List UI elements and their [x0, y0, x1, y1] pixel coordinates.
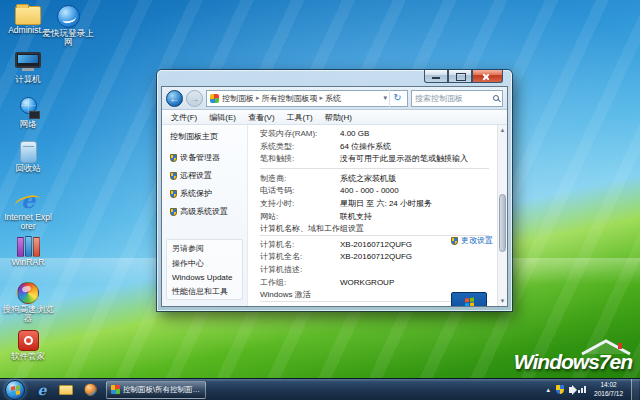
maximize-button[interactable] — [448, 70, 472, 83]
computer-name-section: 计算机名称、域和工作组设置 更改设置 计算机名: XB-20160712QUFG… — [260, 224, 489, 287]
browser-icon — [17, 282, 39, 304]
search-icon[interactable] — [493, 95, 499, 101]
forward-button[interactable]: → — [186, 90, 203, 107]
desktop-icon-dial-login[interactable]: 爱快玩登录上网 — [42, 5, 94, 48]
desktop-icon-label: 回收站 — [2, 164, 54, 173]
desktop-icon-recycle-bin[interactable]: 回收站 — [2, 141, 54, 173]
action-center-icon[interactable] — [556, 385, 564, 394]
taskbar-item-internet-explorer[interactable]: e — [30, 380, 54, 400]
change-settings-label: 更改设置 — [461, 236, 493, 246]
desktop-icon-winrar[interactable]: WinRAR — [2, 236, 54, 267]
menu-view[interactable]: 查看(V) — [243, 112, 280, 123]
vertical-scrollbar[interactable]: ▲ ▼ — [497, 125, 507, 306]
sidebar-item-label: 系统保护 — [180, 188, 212, 199]
internet-explorer-icon: e — [16, 188, 40, 212]
task-pane: 控制面板主页 设备管理器 远程设置 系统保护 高级系统设置 — [162, 125, 248, 306]
sidebar-item-performance-tools[interactable]: 性能信息和工具 — [172, 286, 242, 297]
windows-flag-icon — [465, 297, 474, 306]
see-also-header: 另请参阅 — [172, 243, 242, 254]
system-info-panel: 安装内存(RAM): 4.00 GB 系统类型: 64 位操作系统 笔和触摸: … — [248, 125, 507, 306]
taskbar-item-explorer[interactable] — [54, 380, 78, 400]
desktop-icon-computer[interactable]: 计算机 — [2, 52, 54, 84]
sidebar-item-system-protection[interactable]: 系统保护 — [170, 188, 245, 199]
scroll-up-icon[interactable]: ▲ — [498, 125, 507, 135]
software-manager-icon — [18, 330, 39, 351]
control-panel-icon — [111, 385, 120, 394]
info-value: 系统之家装机版 — [340, 174, 489, 184]
info-label: 安装内存(RAM): — [260, 129, 340, 139]
volume-icon[interactable] — [569, 387, 573, 393]
menu-help[interactable]: 帮助(H) — [320, 112, 357, 123]
sidebar-item-remote-settings[interactable]: 远程设置 — [170, 170, 245, 181]
refresh-icon[interactable]: ↻ — [389, 90, 405, 107]
info-label: 电话号码: — [260, 186, 340, 196]
desktop-icon-label: 软件管家 — [2, 352, 54, 361]
info-value: WORKGROUP — [340, 278, 489, 288]
user-folder-icon — [15, 6, 41, 25]
desktop-icon-browser[interactable]: 搜狗高速浏览器 — [2, 282, 54, 324]
info-label: 系统类型: — [260, 142, 340, 152]
uac-shield-icon — [451, 237, 458, 245]
menu-tools[interactable]: 工具(T) — [282, 112, 318, 123]
taskbar-window-button[interactable]: 控制面板\所有控制面板项\系统 — [106, 381, 206, 399]
online-support-link[interactable]: 联机支持 — [340, 212, 489, 222]
start-button[interactable] — [5, 380, 25, 400]
info-label: 支持小时: — [260, 199, 340, 209]
menu-file[interactable]: 文件(F) — [166, 112, 202, 123]
system-tray: ▲ 14:02 2016/7/12 — [545, 379, 640, 400]
search-input[interactable] — [415, 94, 493, 103]
desktop-icon-internet-explorer[interactable]: e Internet Explorer — [2, 188, 54, 232]
taskbar-item-media-player[interactable] — [78, 380, 102, 400]
sidebar-item-label: 设备管理器 — [180, 152, 220, 163]
computer-icon — [15, 52, 41, 74]
address-dropdown-icon[interactable]: ▾ — [381, 94, 389, 102]
breadcrumb-middle[interactable]: 所有控制面板项 — [262, 93, 318, 104]
info-value: XB-20160712QUFG — [340, 252, 489, 262]
info-row: 计算机描述: — [260, 265, 489, 275]
task-button-label: 控制面板\所有控制面板项\系统 — [123, 385, 201, 395]
uac-shield-icon — [170, 172, 177, 180]
info-value: 400 - 000 - 0000 — [340, 186, 489, 196]
clock-time: 14:02 — [594, 381, 623, 389]
breadcrumb-separator-icon: ▸ — [256, 94, 260, 102]
media-player-icon — [84, 383, 97, 396]
sidebar-item-device-manager[interactable]: 设备管理器 — [170, 152, 245, 163]
info-row: 电话号码: 400 - 000 - 0000 — [260, 186, 489, 196]
desktop-icon-label: WinRAR — [2, 258, 54, 267]
breadcrumb-current[interactable]: 系统 — [325, 93, 341, 104]
info-value: 4.00 GB — [340, 129, 489, 139]
minimize-button[interactable] — [424, 70, 448, 83]
breadcrumb-root[interactable]: 控制面板 — [222, 93, 254, 104]
sidebar-item-control-panel-home[interactable]: 控制面板主页 — [170, 131, 245, 142]
scroll-down-icon[interactable]: ▼ — [498, 296, 507, 306]
uac-shield-icon — [170, 154, 177, 162]
desktop-icon-label: 搜狗高速浏览器 — [2, 305, 54, 324]
info-row: 计算机全名: XB-20160712QUFG — [260, 252, 489, 262]
back-button[interactable]: ← — [166, 90, 183, 107]
breadcrumb-separator-icon: ▸ — [320, 94, 324, 102]
close-button[interactable] — [472, 70, 503, 83]
change-settings-link[interactable]: 更改设置 — [451, 236, 493, 246]
menu-edit[interactable]: 编辑(E) — [204, 112, 241, 123]
desktop-icon-label: 网络 — [2, 120, 54, 129]
windows-flag-icon — [11, 385, 20, 395]
address-bar[interactable]: 控制面板 ▸ 所有控制面板项 ▸ 系统 ▾ ↻ — [206, 90, 408, 107]
folder-icon — [59, 385, 73, 395]
scrollbar-thumb[interactable] — [499, 194, 506, 252]
sidebar-item-advanced-settings[interactable]: 高级系统设置 — [170, 206, 245, 217]
show-hidden-icons-button[interactable]: ▲ — [545, 387, 551, 393]
taskbar-clock[interactable]: 14:02 2016/7/12 — [591, 381, 626, 397]
sidebar-item-action-center[interactable]: 操作中心 — [172, 258, 242, 269]
genuine-windows-logo[interactable]: 正版授权 单击此处可联机了解详细信息 — [441, 292, 497, 306]
desktop-icon-network[interactable]: 网络 — [2, 97, 54, 129]
uac-shield-icon — [170, 190, 177, 198]
desktop-icon-software-manager[interactable]: 软件管家 — [2, 330, 54, 361]
info-row: 安装内存(RAM): 4.00 GB — [260, 129, 489, 139]
info-row: 系统类型: 64 位操作系统 — [260, 142, 489, 152]
sidebar-item-windows-update[interactable]: Windows Update — [172, 273, 242, 282]
desktop-icon-label: Internet Explorer — [2, 213, 54, 232]
info-label: 计算机描述: — [260, 265, 340, 275]
uac-shield-icon — [170, 208, 177, 216]
show-desktop-button[interactable] — [631, 379, 639, 400]
info-row: 工作组: WORKGROUP — [260, 278, 489, 288]
